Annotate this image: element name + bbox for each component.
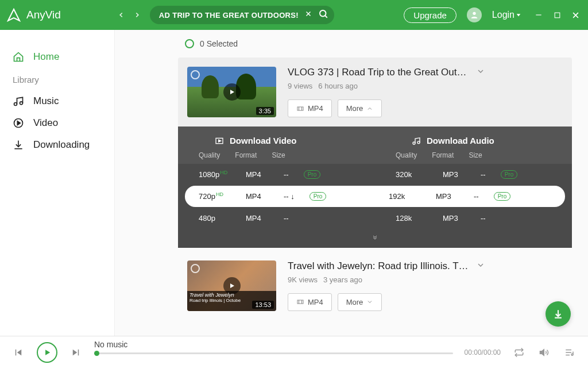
video-thumbnail[interactable]: 3:35 bbox=[187, 67, 276, 117]
prev-track-button[interactable] bbox=[11, 346, 25, 359]
collapse-icon[interactable] bbox=[476, 67, 485, 78]
results-list: 0 Selected 3:35 VLOG 373 | Road Trip to … bbox=[115, 30, 588, 336]
selection-count: 0 Selected bbox=[200, 39, 238, 48]
minimize-button[interactable] bbox=[533, 9, 544, 21]
close-window-button[interactable] bbox=[570, 9, 581, 21]
sidebar-library-label: Library bbox=[13, 75, 114, 85]
search-text: AD TRIP TO THE GREAT OUTDOORS! bbox=[159, 11, 299, 20]
playlist-button[interactable] bbox=[563, 346, 577, 359]
expand-more-icon[interactable] bbox=[178, 228, 572, 248]
download-option-row[interactable]: 480pMP4-- 128kMP3-- bbox=[178, 208, 572, 228]
download-icon bbox=[13, 139, 24, 151]
home-icon bbox=[13, 51, 24, 63]
svg-marker-30 bbox=[17, 349, 22, 355]
video-title[interactable]: Travel with Jewelyn: Road trip Illinois.… bbox=[288, 260, 471, 272]
login-button[interactable]: Login bbox=[492, 10, 521, 20]
video-duration: 13:53 bbox=[252, 301, 274, 309]
next-track-button[interactable] bbox=[69, 346, 83, 359]
mp4-button[interactable]: MP4 bbox=[288, 293, 332, 311]
svg-marker-5 bbox=[517, 14, 521, 16]
video-thumbnail[interactable]: Travel with Jewelyn Road trip Illinois |… bbox=[187, 260, 276, 311]
download-panel: Download Video QualityFormatSize Downloa… bbox=[178, 126, 572, 248]
clear-search-icon[interactable] bbox=[304, 10, 312, 20]
search-bar[interactable]: AD TRIP TO THE GREAT OUTDOORS! bbox=[150, 6, 334, 24]
svg-rect-17 bbox=[297, 107, 303, 110]
video-age: 6 hours ago bbox=[318, 82, 358, 90]
more-button[interactable]: More bbox=[338, 99, 382, 117]
track-progress[interactable]: No music bbox=[94, 350, 453, 354]
now-playing-title: No music bbox=[94, 340, 127, 349]
sidebar-item-home[interactable]: Home bbox=[9, 46, 114, 68]
sidebar: Home Library Music Video Downloading bbox=[0, 30, 115, 336]
svg-line-3 bbox=[325, 16, 327, 17]
video-icon bbox=[13, 117, 24, 129]
select-all-checkbox[interactable] bbox=[185, 39, 194, 48]
music-icon bbox=[13, 95, 24, 107]
svg-point-2 bbox=[320, 10, 326, 17]
video-age: 3 years ago bbox=[323, 275, 362, 284]
download-video-header: Download Video bbox=[199, 136, 375, 145]
select-checkbox[interactable] bbox=[191, 70, 200, 79]
search-icon[interactable] bbox=[318, 9, 328, 21]
upgrade-button[interactable]: Upgrade bbox=[404, 7, 457, 23]
sidebar-item-music[interactable]: Music bbox=[9, 90, 114, 112]
svg-point-4 bbox=[473, 12, 475, 15]
floating-download-button[interactable] bbox=[546, 301, 571, 327]
svg-rect-31 bbox=[16, 349, 17, 355]
play-button[interactable] bbox=[37, 342, 57, 363]
svg-rect-34 bbox=[78, 349, 79, 355]
sidebar-item-downloading[interactable]: Downloading bbox=[9, 134, 114, 156]
player-bar: No music 00:00/00:00 bbox=[0, 336, 588, 368]
volume-button[interactable] bbox=[537, 346, 551, 359]
user-avatar[interactable] bbox=[467, 7, 482, 22]
play-icon[interactable] bbox=[223, 83, 241, 101]
expand-icon[interactable] bbox=[476, 260, 485, 272]
svg-marker-33 bbox=[73, 349, 78, 355]
app-name: AnyVid bbox=[26, 9, 61, 21]
download-option-row[interactable]: 1080pHDMP4--Pro 320kMP3--Pro bbox=[178, 164, 572, 185]
svg-rect-7 bbox=[555, 13, 560, 18]
nav-forward-button[interactable] bbox=[131, 9, 143, 21]
svg-marker-16 bbox=[230, 90, 234, 94]
video-views: 9 views bbox=[288, 82, 312, 90]
svg-marker-35 bbox=[540, 349, 544, 355]
app-logo: AnyVid bbox=[7, 8, 61, 22]
svg-marker-24 bbox=[230, 283, 234, 288]
nav-back-button[interactable] bbox=[115, 9, 127, 21]
maximize-button[interactable] bbox=[551, 9, 563, 21]
logo-icon bbox=[7, 8, 21, 22]
video-views: 9K views bbox=[288, 275, 318, 284]
video-title[interactable]: VLOG 373 | Road Trip to the Great Outdoo… bbox=[288, 67, 471, 78]
result-card: 3:35 VLOG 373 | Road Trip to the Great O… bbox=[178, 57, 572, 248]
svg-marker-13 bbox=[17, 121, 20, 125]
video-duration: 3:35 bbox=[256, 107, 274, 115]
selection-row[interactable]: 0 Selected bbox=[185, 39, 572, 48]
select-checkbox[interactable] bbox=[191, 264, 200, 273]
repeat-button[interactable] bbox=[512, 346, 526, 359]
more-button[interactable]: More bbox=[338, 293, 382, 311]
svg-marker-21 bbox=[219, 140, 221, 142]
playback-time: 00:00/00:00 bbox=[465, 348, 501, 356]
download-audio-header: Download Audio bbox=[396, 136, 572, 145]
sidebar-item-video[interactable]: Video bbox=[9, 112, 114, 134]
svg-rect-25 bbox=[297, 300, 303, 304]
svg-marker-32 bbox=[45, 350, 50, 355]
result-card: Travel with Jewelyn Road trip Illinois |… bbox=[178, 260, 572, 311]
mp4-button[interactable]: MP4 bbox=[288, 99, 332, 117]
download-option-row[interactable]: 720pHDMP4-- ↓Pro 192kMP3--Pro bbox=[185, 186, 565, 206]
